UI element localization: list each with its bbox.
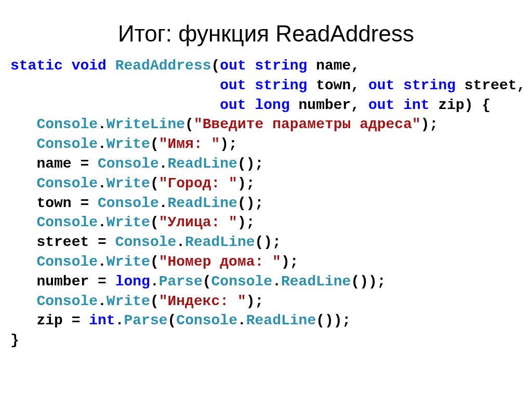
write: Write <box>107 254 150 270</box>
console: Console <box>176 312 237 328</box>
parse: Parse <box>159 273 203 290</box>
console: Console <box>36 136 98 152</box>
parse: Parse <box>124 312 168 328</box>
kw-string: string <box>255 77 308 93</box>
param-name: name <box>316 58 351 74</box>
write: Write <box>107 136 150 152</box>
str-name: "Имя: " <box>159 136 220 152</box>
slide-title: Итог: функция ReadAddress <box>10 21 522 47</box>
console: Console <box>98 156 159 172</box>
console: Console <box>115 234 177 250</box>
kw-static: static <box>10 58 63 74</box>
kw-out: out <box>220 58 246 74</box>
readline: ReadLine <box>281 273 351 290</box>
writeline: WriteLine <box>107 116 185 132</box>
console: Console <box>98 195 159 211</box>
kw-out: out <box>368 97 394 113</box>
fn-name: ReadAddress <box>115 58 211 74</box>
var-number: number <box>36 273 89 290</box>
write: Write <box>107 293 150 309</box>
kw-string: string <box>255 58 308 74</box>
kw-int: int <box>403 97 429 113</box>
readline: ReadLine <box>168 195 237 211</box>
slide-container: Итог: функция ReadAddress static void Re… <box>0 0 532 361</box>
console: Console <box>36 254 98 270</box>
write: Write <box>107 214 150 230</box>
str-town: "Город: " <box>159 175 237 191</box>
kw-out: out <box>368 77 394 93</box>
param-town: town <box>316 77 351 93</box>
var-zip: zip <box>36 312 62 328</box>
readline: ReadLine <box>185 234 255 250</box>
console: Console <box>36 116 98 132</box>
int-type: int <box>89 312 115 328</box>
str-prompt: "Введите параметры адреса" <box>194 116 421 132</box>
readline: ReadLine <box>168 156 237 172</box>
console: Console <box>211 273 273 290</box>
str-zip: "Индекс: " <box>159 293 246 309</box>
console: Console <box>36 175 98 191</box>
var-street: street <box>36 234 89 250</box>
var-town: town <box>36 195 71 211</box>
kw-out: out <box>220 77 246 93</box>
readline: ReadLine <box>246 312 316 328</box>
long-type: long <box>115 273 150 290</box>
str-number: "Номер дома: " <box>159 254 281 270</box>
var-name: name <box>36 156 71 172</box>
console: Console <box>36 293 98 309</box>
str-street: "Улица: " <box>159 214 237 230</box>
code-block: static void ReadAddress(out string name,… <box>10 56 522 350</box>
kw-string: string <box>403 77 456 93</box>
param-number: number <box>299 97 351 113</box>
kw-void: void <box>72 58 107 74</box>
console: Console <box>36 214 98 230</box>
param-zip: zip <box>438 97 464 113</box>
param-street: street <box>464 77 517 93</box>
kw-out: out <box>220 97 246 113</box>
kw-long: long <box>255 97 290 113</box>
write: Write <box>107 175 150 191</box>
